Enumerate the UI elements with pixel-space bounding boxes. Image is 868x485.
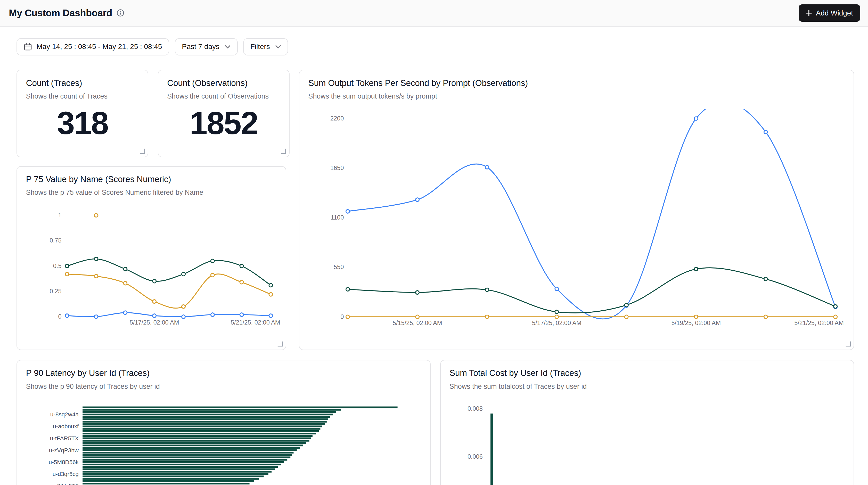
svg-text:550: 550: [334, 264, 344, 270]
widget-subtitle: Shows the count of Observations: [167, 92, 280, 100]
svg-text:0.5: 0.5: [53, 263, 61, 269]
widget-subtitle: Shows the sum totalcost of Traces by use…: [450, 383, 845, 391]
widget-p75-value: P 75 Value by Name (Scores Numeric) Show…: [17, 166, 286, 350]
svg-text:0: 0: [58, 313, 61, 320]
widget-count-traces: Count (Traces) Shows the count of Traces…: [17, 70, 148, 157]
widget-title: Count (Traces): [26, 78, 139, 88]
add-widget-label: Add Widget: [816, 9, 853, 17]
range-preset-select[interactable]: Past 7 days: [175, 38, 238, 56]
svg-text:2200: 2200: [330, 115, 344, 122]
p75-value-line-chart[interactable]: 00.250.50.7515/17/25, 02:00 AM5/21/25, 0…: [22, 205, 282, 344]
p90-latency-bar-chart[interactable]: u-8sq2w4au-aobnuxfu-tFAR5TXu-zVqP3hwu-5M…: [22, 400, 427, 485]
svg-text:1100: 1100: [331, 214, 344, 221]
svg-text:5/17/25, 02:00 AM: 5/17/25, 02:00 AM: [532, 320, 582, 326]
filters-button[interactable]: Filters: [243, 38, 288, 56]
header: My Custom Dashboard Add Widget: [0, 0, 868, 27]
date-range-text: May 14, 25 : 08:45 - May 21, 25 : 08:45: [37, 42, 162, 51]
svg-text:5/21/25, 02:00 AM: 5/21/25, 02:00 AM: [794, 320, 844, 326]
widget-sum-output-tokens: Sum Output Tokens Per Second by Prompt (…: [299, 70, 854, 350]
sum-output-tokens-line-chart[interactable]: 05501100165022005/15/25, 02:00 AM5/17/25…: [308, 109, 846, 331]
svg-text:0.008: 0.008: [467, 405, 483, 412]
metric-value: 1852: [167, 100, 280, 149]
sum-total-cost-bar-chart[interactable]: 0.0080.006: [445, 400, 850, 485]
dashboard-page: My Custom Dashboard Add Widget: [0, 0, 868, 485]
info-icon[interactable]: [117, 9, 124, 17]
title-row: My Custom Dashboard: [9, 7, 124, 19]
svg-text:5/15/25, 02:00 AM: 5/15/25, 02:00 AM: [393, 320, 442, 326]
resize-grip-icon[interactable]: [277, 340, 283, 347]
svg-text:0.75: 0.75: [50, 237, 61, 244]
range-preset-label: Past 7 days: [182, 42, 219, 51]
widget-subtitle: Shows the p 75 value of Scores Numeric f…: [26, 189, 277, 196]
svg-text:u-d3qr5cg: u-d3qr5cg: [52, 471, 79, 477]
resize-grip-icon[interactable]: [845, 340, 851, 347]
svg-text:u-8fVa9T3: u-8fVa9T3: [52, 483, 79, 485]
widget-title: Count (Observations): [167, 78, 280, 88]
widget-title: P 90 Latency by User Id (Traces): [26, 368, 422, 378]
toolbar: May 14, 25 : 08:45 - May 21, 25 : 08:45 …: [17, 38, 288, 56]
widget-sum-total-cost: Sum Total Cost by User Id (Traces) Shows…: [440, 360, 854, 485]
chevron-down-icon: [275, 45, 281, 49]
chevron-down-icon: [225, 45, 230, 49]
page-title: My Custom Dashboard: [9, 7, 112, 19]
svg-text:u-8sq2w4a: u-8sq2w4a: [50, 411, 79, 418]
widget-title: P 75 Value by Name (Scores Numeric): [26, 174, 277, 184]
date-range-picker[interactable]: May 14, 25 : 08:45 - May 21, 25 : 08:45: [17, 38, 169, 56]
svg-text:5/19/25, 02:00 AM: 5/19/25, 02:00 AM: [671, 320, 721, 326]
svg-text:1650: 1650: [330, 164, 344, 171]
widget-count-observations: Count (Observations) Shows the count of …: [158, 70, 289, 157]
widget-title: Sum Total Cost by User Id (Traces): [450, 368, 845, 378]
widget-p90-latency: P 90 Latency by User Id (Traces) Shows t…: [17, 360, 431, 485]
widget-subtitle: Shows the count of Traces: [26, 92, 139, 100]
svg-text:0.006: 0.006: [467, 453, 483, 460]
svg-text:0: 0: [340, 313, 344, 320]
widget-subtitle: Shows the sum output tokens/s by prompt: [308, 92, 845, 100]
svg-text:5/21/25, 02:00 AM: 5/21/25, 02:00 AM: [230, 319, 280, 326]
resize-grip-icon[interactable]: [139, 148, 145, 154]
svg-text:u-tFAR5TX: u-tFAR5TX: [50, 435, 79, 442]
widget-subtitle: Shows the p 90 latency of Traces by user…: [26, 383, 422, 391]
calendar-icon: [24, 42, 32, 51]
svg-text:1: 1: [58, 212, 61, 218]
filters-label: Filters: [250, 42, 270, 51]
plus-icon: [806, 10, 812, 16]
metric-value: 318: [26, 100, 139, 149]
widget-title: Sum Output Tokens Per Second by Prompt (…: [308, 78, 845, 88]
add-widget-button[interactable]: Add Widget: [799, 4, 860, 22]
svg-text:u-5M8D56k: u-5M8D56k: [49, 459, 79, 465]
resize-grip-icon[interactable]: [280, 148, 286, 154]
svg-text:5/17/25, 02:00 AM: 5/17/25, 02:00 AM: [129, 319, 179, 326]
svg-text:u-aobnuxf: u-aobnuxf: [53, 423, 79, 429]
svg-text:u-zVqP3hw: u-zVqP3hw: [49, 447, 79, 454]
svg-text:0.25: 0.25: [50, 288, 61, 295]
